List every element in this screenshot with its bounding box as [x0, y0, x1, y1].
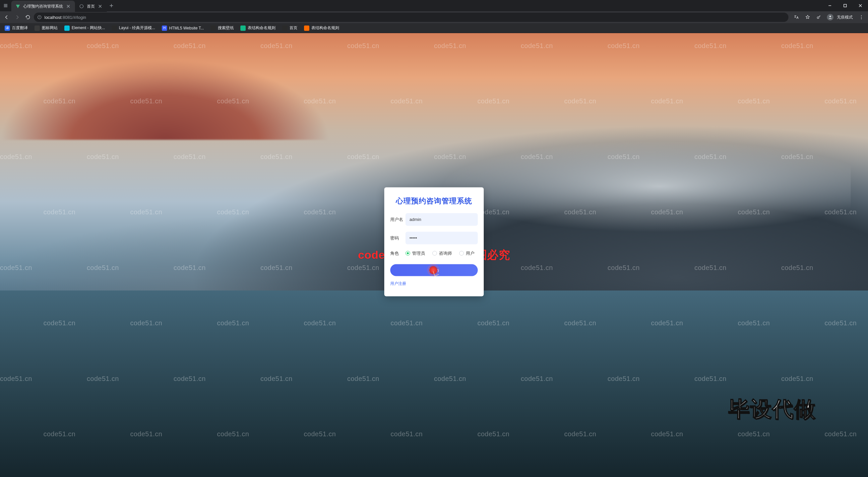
system-menu-icon[interactable] — [0, 0, 11, 11]
svg-marker-1 — [16, 5, 20, 8]
bookmarks-bar: 译百度翻译 图标网站 Element - 网站快... Layui - 经典开源… — [0, 23, 868, 33]
bookmark-label: 首页 — [289, 25, 298, 31]
bookmark-favicon-icon — [282, 26, 287, 31]
url-text: localhost:8081/#/login — [44, 15, 86, 20]
role-row: 角色 管理员 咨询师 用户 — [390, 250, 478, 256]
new-tab-button[interactable] — [107, 0, 116, 11]
username-input[interactable] — [405, 213, 478, 226]
bookmark-label: Layui - 经典开源模... — [119, 25, 155, 31]
login-button[interactable]: login — [390, 264, 478, 276]
bookmark-label: HTML5 Website T... — [169, 26, 204, 31]
bookmark-item[interactable]: 图标网站 — [32, 24, 60, 32]
background-clouds — [0, 60, 330, 139]
radio-label: 咨询师 — [439, 250, 452, 256]
radio-label: 管理员 — [412, 250, 425, 256]
login-title: 心理预约咨询管理系统 — [390, 196, 478, 206]
radio-dot-icon — [405, 251, 410, 255]
profile-avatar[interactable] — [826, 12, 835, 22]
username-label: 用户名 — [390, 216, 405, 222]
radio-dot-icon — [432, 251, 437, 255]
back-button[interactable] — [2, 12, 11, 22]
password-key-icon[interactable] — [814, 12, 824, 22]
tab-title: 心理预约咨询管理系统 — [23, 4, 63, 9]
bookmark-favicon-icon — [240, 26, 246, 31]
bookmark-star-icon[interactable] — [803, 12, 812, 22]
svg-point-9 — [861, 19, 862, 19]
svg-point-6 — [830, 15, 831, 17]
vue-favicon-icon — [15, 4, 21, 9]
svg-rect-3 — [844, 4, 846, 7]
toolbar: localhost:8081/#/login 无痕模式 — [0, 11, 868, 23]
bookmark-favicon-icon: H — [162, 26, 167, 31]
login-card: 心理预约咨询管理系统 用户名 密码 角色 管理员 咨询师 用户 login 用户… — [384, 187, 484, 296]
bookmark-label: 表结构命名规则 — [311, 25, 339, 31]
watermark-large: 毕设代做 — [728, 395, 816, 424]
browser-chrome: 心理预约咨询管理系统 首页 — [0, 0, 868, 33]
tab-active[interactable]: 心理预约咨询管理系统 — [11, 1, 75, 12]
window-controls — [822, 0, 868, 11]
site-info-icon[interactable] — [37, 15, 42, 20]
svg-point-8 — [861, 17, 862, 18]
bookmark-label: 图标网站 — [42, 25, 58, 31]
bookmark-label: 百度翻译 — [12, 25, 28, 31]
bookmark-item[interactable]: 首页 — [279, 24, 300, 32]
forward-button[interactable] — [12, 12, 22, 22]
bookmark-item[interactable]: 搜索壁纸 — [208, 24, 237, 32]
bookmark-favicon-icon — [211, 26, 216, 31]
role-label: 角色 — [390, 250, 405, 256]
radio-dot-icon — [459, 251, 464, 255]
svg-point-2 — [80, 5, 84, 8]
bookmark-label: 表结构命名规则 — [248, 25, 276, 31]
bookmark-favicon-icon — [64, 26, 70, 31]
bookmark-favicon-icon: 译 — [5, 26, 10, 31]
password-label: 密码 — [390, 235, 405, 241]
bookmark-label: Element - 网站快... — [72, 25, 105, 31]
background-reflection — [0, 291, 868, 477]
bookmark-item[interactable]: Element - 网站快... — [62, 24, 108, 32]
minimize-button[interactable] — [822, 0, 837, 11]
bookmark-item[interactable]: HHTML5 Website T... — [159, 25, 207, 32]
bookmark-item[interactable]: 表结构命名规则 — [301, 24, 342, 32]
bookmark-favicon-icon — [112, 26, 117, 31]
tab-title: 首页 — [87, 4, 95, 9]
menu-kebab-icon[interactable] — [857, 12, 866, 22]
register-link[interactable]: 用户注册 — [390, 281, 406, 285]
tab-inactive[interactable]: 首页 — [75, 1, 107, 12]
username-row: 用户名 — [390, 213, 478, 226]
password-input[interactable] — [405, 232, 478, 244]
close-tab-icon[interactable] — [66, 4, 71, 9]
translate-icon[interactable] — [792, 12, 801, 22]
register-row: 用户注册 — [390, 280, 478, 286]
role-radio-user[interactable]: 用户 — [459, 250, 474, 256]
radio-label: 用户 — [466, 250, 474, 256]
svg-point-7 — [861, 15, 862, 16]
svg-rect-0 — [4, 4, 8, 8]
role-radio-admin[interactable]: 管理员 — [405, 250, 425, 256]
maximize-button[interactable] — [837, 0, 853, 11]
incognito-label: 无痕模式 — [837, 14, 855, 20]
page-viewport: code51.cncode51.cncode51.cncode51.cncode… — [0, 33, 868, 477]
close-window-button[interactable] — [853, 0, 868, 11]
close-tab-icon[interactable] — [97, 4, 103, 9]
bookmark-item[interactable]: Layui - 经典开源模... — [109, 24, 158, 32]
bookmark-favicon-icon — [34, 26, 40, 31]
role-radio-counselor[interactable]: 咨询师 — [432, 250, 452, 256]
titlebar: 心理预约咨询管理系统 首页 — [0, 0, 868, 11]
bookmark-item[interactable]: 表结构命名规则 — [238, 24, 278, 32]
bookmark-favicon-icon — [304, 26, 309, 31]
password-row: 密码 — [390, 232, 478, 244]
bookmark-item[interactable]: 译百度翻译 — [2, 24, 31, 32]
bookmark-label: 搜索壁纸 — [218, 25, 234, 31]
login-button label: login — [429, 267, 439, 273]
address-bar[interactable]: localhost:8081/#/login — [34, 12, 788, 22]
page-favicon-icon — [79, 4, 84, 9]
svg-point-5 — [817, 17, 819, 19]
reload-button[interactable] — [23, 12, 32, 22]
